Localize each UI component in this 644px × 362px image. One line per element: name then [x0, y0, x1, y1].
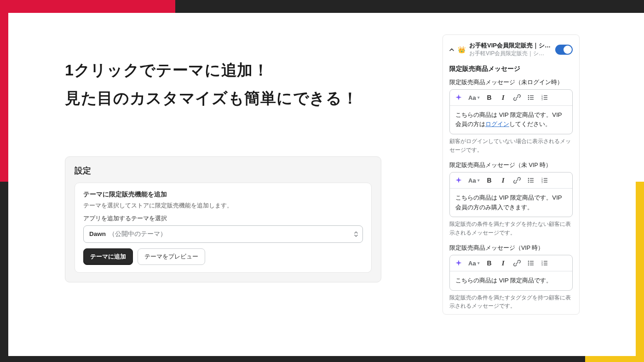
- field-label-vip: 限定販売商品メッセージ（VIP 時）: [449, 244, 573, 252]
- editor-content[interactable]: こちらの商品は VIP 限定商品です。VIP 会員の方のみ購入できます。: [450, 189, 572, 217]
- svg-text:3: 3: [541, 98, 543, 101]
- editor-content[interactable]: こちらの商品は VIP 限定商品です。: [450, 271, 572, 290]
- block-subtitle: お手軽VIP会員限定販売｜シ…: [469, 50, 552, 57]
- rich-text-editor: Aa▾ B I 123 こちらの商品は VIP 限定商品です。VIP 会員の方は…: [449, 89, 573, 134]
- numbered-list-button[interactable]: 123: [540, 176, 549, 185]
- enable-toggle[interactable]: [555, 45, 573, 55]
- headline: 1クリックでテーマに追加！ 見た目のカスタマイズも簡単にできる！: [65, 56, 358, 112]
- collapse-icon[interactable]: [449, 47, 454, 52]
- add-to-theme-button[interactable]: テーマに追加: [83, 248, 133, 265]
- section-title: 限定販売商品メッセージ: [449, 65, 573, 73]
- bullet-list-button[interactable]: [527, 176, 535, 185]
- link-button[interactable]: [513, 259, 521, 268]
- sparkle-icon[interactable]: [454, 93, 463, 102]
- select-caret-icon: [354, 230, 358, 238]
- link-button[interactable]: [513, 93, 521, 102]
- help-text: 限定販売の条件を満たすタグタグを持つ顧客に表示されるメッセージです。: [449, 293, 573, 310]
- bullet-list-button[interactable]: [527, 259, 535, 268]
- theme-select[interactable]: Dawn （公開中のテーマ）: [83, 225, 363, 243]
- select-suffix: （公開中のテーマ）: [109, 230, 167, 238]
- editor-content[interactable]: こちらの商品は VIP 限定商品です。VIP 会員の方はログインしてください。: [450, 106, 572, 134]
- settings-card: テーマに限定販売機能を追加 テーマを選択してストアに限定販売機能を追加します。 …: [75, 183, 372, 273]
- headline-line-2: 見た目のカスタマイズも簡単にできる！: [65, 84, 358, 112]
- bullet-list-button[interactable]: [527, 93, 535, 102]
- settings-title: 設定: [75, 165, 372, 176]
- select-label: アプリを追加するテーマを選択: [83, 214, 363, 223]
- svg-point-12: [528, 178, 529, 179]
- card-description: テーマを選択してストアに限定販売機能を追加します。: [83, 201, 363, 210]
- numbered-list-button[interactable]: 123: [540, 93, 549, 102]
- select-value: Dawn: [89, 230, 106, 237]
- help-text: 顧客がログインしていない場合に表示されるメッセージです。: [449, 137, 573, 154]
- italic-button[interactable]: I: [499, 176, 507, 185]
- editor-toolbar: Aa▾ B I 123: [450, 255, 572, 271]
- bold-button[interactable]: B: [485, 259, 494, 268]
- svg-point-14: [528, 182, 529, 183]
- preview-theme-button[interactable]: テーマをプレビュー: [138, 248, 205, 265]
- login-link[interactable]: ログイン: [485, 121, 509, 127]
- block-header: 👑 お手軽VIP会員限定販売｜シ… お手軽VIP会員限定販売｜シ…: [449, 41, 573, 57]
- style-dropdown[interactable]: Aa▾: [468, 94, 480, 101]
- sparkle-icon[interactable]: [454, 259, 463, 268]
- field-label-not-logged-in: 限定販売商品メッセージ（未ログイン時）: [449, 79, 573, 86]
- italic-button[interactable]: I: [499, 93, 507, 102]
- field-label-not-vip: 限定販売商品メッセージ（未 VIP 時）: [449, 161, 573, 169]
- svg-text:3: 3: [541, 181, 543, 184]
- settings-panel: 設定 テーマに限定販売機能を追加 テーマを選択してストアに限定販売機能を追加しま…: [65, 156, 381, 282]
- svg-point-25: [528, 263, 529, 264]
- svg-point-26: [528, 264, 529, 266]
- block-title: お手軽VIP会員限定販売｜シ…: [469, 41, 552, 50]
- style-dropdown[interactable]: Aa▾: [468, 177, 480, 184]
- sparkle-icon[interactable]: [454, 176, 463, 185]
- svg-point-13: [528, 180, 529, 181]
- style-dropdown[interactable]: Aa▾: [468, 260, 480, 267]
- link-button[interactable]: [513, 176, 521, 185]
- editor-toolbar: Aa▾ B I 123: [450, 90, 572, 106]
- svg-point-0: [528, 95, 529, 97]
- italic-button[interactable]: I: [499, 259, 507, 268]
- svg-text:3: 3: [541, 264, 543, 266]
- svg-point-2: [528, 99, 529, 100]
- svg-point-1: [528, 97, 529, 98]
- svg-point-24: [528, 261, 529, 262]
- bold-button[interactable]: B: [485, 93, 494, 102]
- rich-text-editor: Aa▾ B I 123 こちらの商品は VIP 限定商品です。: [449, 255, 573, 290]
- help-text: 限定販売の条件を満たすタグを持たない顧客に表示されるメッセージです。: [449, 220, 573, 237]
- editor-toolbar: Aa▾ B I 123: [450, 172, 572, 189]
- card-heading: テーマに限定販売機能を追加: [83, 190, 363, 199]
- bold-button[interactable]: B: [485, 176, 494, 185]
- numbered-list-button[interactable]: 123: [540, 259, 549, 268]
- customizer-sidebar: 👑 お手軽VIP会員限定販売｜シ… お手軽VIP会員限定販売｜シ… 限定販売商品…: [443, 34, 580, 315]
- crown-icon: 👑: [458, 46, 466, 53]
- headline-line-1: 1クリックでテーマに追加！: [65, 56, 358, 84]
- rich-text-editor: Aa▾ B I 123 こちらの商品は VIP 限定商品です。VIP 会員の方の…: [449, 172, 573, 217]
